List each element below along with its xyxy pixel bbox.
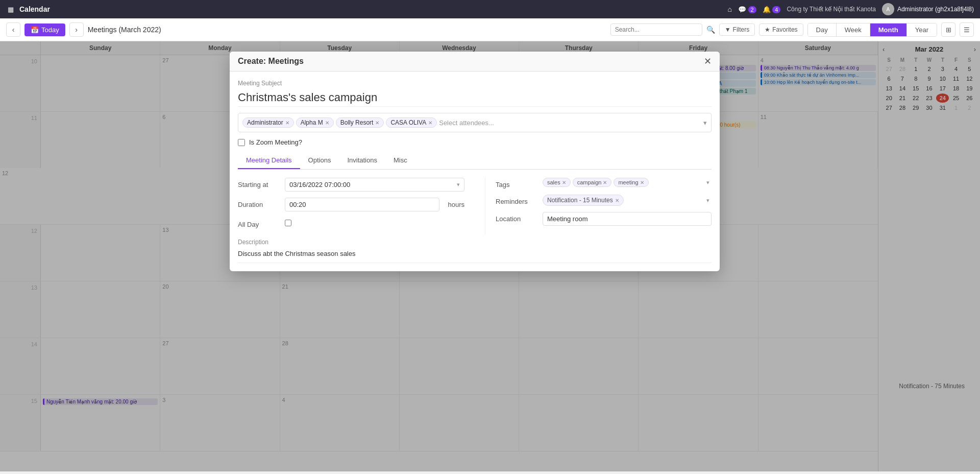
- chat-badge: 2: [748, 6, 756, 13]
- tab-month[interactable]: Month: [870, 23, 907, 36]
- tag-chip[interactable]: meeting ✕: [614, 178, 648, 187]
- reminder-remove[interactable]: ✕: [615, 198, 619, 203]
- modal-close-btn[interactable]: ✕: [704, 57, 712, 66]
- duration-value: 00:20: [289, 201, 306, 208]
- search-icon[interactable]: 🔍: [706, 26, 715, 34]
- avatar: A: [882, 3, 894, 15]
- app-icon: ▦: [6, 5, 15, 14]
- filter-icon: ▼: [725, 26, 731, 33]
- today-btn[interactable]: 📅 Today: [24, 23, 65, 36]
- star-icon: ★: [765, 26, 770, 33]
- location-value: Meeting room: [547, 215, 587, 223]
- attendee-remove[interactable]: ✕: [375, 120, 379, 126]
- modal-body: Meeting Subject Administrator ✕ Alpha M …: [230, 72, 720, 271]
- tab-meeting-details[interactable]: Meeting Details: [238, 152, 300, 169]
- duration-input-group: 00:20 hours: [285, 198, 464, 211]
- favorites-btn[interactable]: ★ Favorites: [759, 23, 803, 36]
- reminder-value: Notification - 15 Minutes: [547, 197, 613, 204]
- attendee-name: Administrator: [247, 119, 283, 126]
- duration-input[interactable]: 00:20: [285, 198, 439, 211]
- attendee-remove[interactable]: ✕: [285, 120, 289, 126]
- starting-at-row: Starting at 03/16/2022 07:00:00 ▾: [238, 178, 464, 192]
- reminder-chip[interactable]: Notification - 15 Minutes ✕: [543, 195, 624, 206]
- list-view-btn[interactable]: ☰: [960, 22, 974, 37]
- modal-header: Create: Meetings ✕: [230, 52, 720, 72]
- calendar-dropdown-icon: ▾: [457, 181, 460, 188]
- calendar-toolbar: ‹ 📅 Today › Meetings (March 2022) 🔍 ▼ Fi…: [0, 18, 980, 41]
- tags-label: Tags: [496, 178, 536, 188]
- bell-icon[interactable]: 🔔 4: [763, 6, 781, 13]
- company-name: Công ty Thiết kế Nội thất Kanota: [787, 6, 876, 13]
- user-menu[interactable]: A Administrator (gh2x1a8fj4l8): [882, 3, 974, 15]
- subject-input[interactable]: [238, 89, 712, 107]
- tab-week[interactable]: Week: [837, 23, 870, 36]
- modal-title: Create: Meetings: [238, 57, 304, 66]
- all-day-checkbox[interactable]: [285, 220, 291, 226]
- all-day-label: All Day: [238, 218, 279, 228]
- duration-label: Duration: [238, 198, 279, 208]
- view-tabs: Day Week Month Year: [807, 23, 937, 37]
- tag-chip[interactable]: sales ✕: [543, 178, 571, 187]
- tag-remove[interactable]: ✕: [603, 180, 607, 185]
- tab-year[interactable]: Year: [907, 23, 937, 36]
- search-input[interactable]: [610, 23, 702, 36]
- home-icon[interactable]: ⌂: [727, 5, 731, 13]
- top-bar-icons: ⌂ 💬 2 🔔 4 Công ty Thiết kế Nội thất Kano…: [727, 3, 974, 15]
- form-right: Tags sales ✕ campaign ✕ meeting: [485, 178, 712, 234]
- prev-btn[interactable]: ‹: [6, 22, 20, 37]
- filter-btn[interactable]: ▼ Filters: [719, 23, 755, 36]
- grid-view-btn[interactable]: ⊞: [941, 22, 955, 37]
- starting-at-input[interactable]: 03/16/2022 07:00:00 ▾: [285, 178, 464, 192]
- attendees-placeholder[interactable]: Select attendees...: [439, 119, 701, 127]
- main-layout: Sunday Monday Tuesday Wednesday Thursday…: [0, 41, 980, 471]
- duration-row: Duration 00:20 hours: [238, 198, 464, 211]
- reminders-dropdown-icon: ▾: [706, 197, 709, 204]
- attendee-remove[interactable]: ✕: [428, 120, 432, 126]
- starting-at-label: Starting at: [238, 178, 279, 188]
- reminders-row: Reminders Notification - 15 Minutes ✕ ▾: [496, 195, 712, 206]
- attendee-tag[interactable]: Bolly Resort ✕: [336, 117, 384, 128]
- attendee-name: Alpha M: [301, 119, 323, 126]
- form-left: Starting at 03/16/2022 07:00:00 ▾ Durati…: [238, 178, 464, 234]
- tags-container[interactable]: sales ✕ campaign ✕ meeting ✕ ▾: [543, 178, 712, 187]
- tag-remove[interactable]: ✕: [640, 180, 644, 185]
- username: Administrator (gh2x1a8fj4l8): [897, 6, 974, 13]
- location-row: Location Meeting room: [496, 212, 712, 226]
- attendee-tag[interactable]: Administrator ✕: [242, 117, 294, 128]
- top-bar: ▦ Calendar ⌂ 💬 2 🔔 4 Công ty Thiết kế Nộ…: [0, 0, 980, 18]
- tags-row: Tags sales ✕ campaign ✕ meeting: [496, 178, 712, 188]
- toolbar-right: 🔍 ▼ Filters ★ Favorites Day Week Month Y…: [610, 22, 974, 37]
- description-text[interactable]: Discuss abt the Christmas season sales: [238, 248, 712, 263]
- create-meeting-modal: Create: Meetings ✕ Meeting Subject Admin…: [230, 52, 720, 271]
- attendees-row[interactable]: Administrator ✕ Alpha M ✕ Bolly Resort ✕…: [238, 113, 712, 132]
- tag-chip[interactable]: campaign ✕: [573, 178, 612, 187]
- next-btn[interactable]: ›: [69, 22, 84, 37]
- hours-unit: hours: [448, 201, 464, 208]
- chat-icon[interactable]: 💬 2: [738, 6, 756, 13]
- tag-name: meeting: [618, 179, 638, 185]
- tab-day[interactable]: Day: [808, 23, 837, 36]
- zoom-row: Is Zoom Meeting?: [238, 138, 712, 146]
- attendee-remove[interactable]: ✕: [325, 120, 329, 126]
- reminders-container[interactable]: Notification - 15 Minutes ✕ ▾: [543, 195, 712, 206]
- page-title: Meetings (March 2022): [88, 26, 606, 34]
- attendee-tag[interactable]: CASA OLIVA ✕: [386, 117, 437, 128]
- bell-badge: 4: [772, 6, 780, 13]
- tag-remove[interactable]: ✕: [562, 180, 566, 185]
- tab-invitations[interactable]: Invitations: [339, 152, 385, 169]
- app-title: Calendar: [19, 5, 723, 13]
- tab-options[interactable]: Options: [300, 152, 339, 169]
- modal-tabs: Meeting Details Options Invitations Misc: [238, 152, 712, 170]
- calendar-icon: 📅: [31, 26, 39, 34]
- zoom-label: Is Zoom Meeting?: [249, 138, 302, 146]
- form-grid: Starting at 03/16/2022 07:00:00 ▾ Durati…: [238, 178, 712, 234]
- attendees-dropdown-icon: ▾: [703, 119, 707, 127]
- zoom-checkbox[interactable]: [238, 139, 245, 146]
- location-input[interactable]: Meeting room: [543, 212, 712, 226]
- attendee-tag[interactable]: Alpha M ✕: [296, 117, 334, 128]
- description-section: Description Discuss abt the Christmas se…: [238, 239, 712, 263]
- all-day-row: All Day: [238, 218, 464, 228]
- tab-misc[interactable]: Misc: [385, 152, 415, 169]
- tags-dropdown-icon: ▾: [706, 179, 709, 186]
- attendee-name: Bolly Resort: [340, 119, 374, 126]
